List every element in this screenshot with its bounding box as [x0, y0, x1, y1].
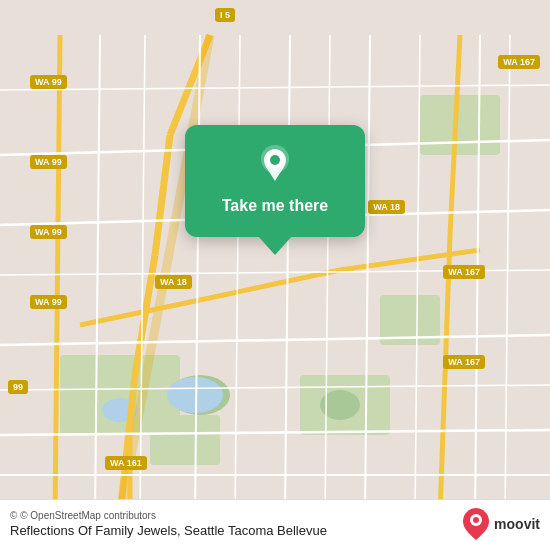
location-title: Reflections Of Family Jewels, Seattle Ta… [10, 523, 327, 538]
road-badge-wa99-2: WA 99 [30, 155, 67, 169]
copyright-symbol: © [10, 510, 17, 521]
take-me-there-button[interactable]: Take me there [222, 197, 328, 215]
svg-point-45 [473, 517, 479, 523]
moovit-brand-text: moovit [494, 516, 540, 532]
location-pin-icon [253, 143, 297, 187]
osm-attribution: © © OpenStreetMap contributors [10, 510, 327, 521]
svg-rect-5 [150, 415, 220, 465]
bottom-info-bar: © © OpenStreetMap contributors Reflectio… [0, 499, 550, 550]
svg-point-8 [167, 377, 223, 413]
moovit-logo: moovit [460, 506, 540, 542]
road-badge-wa167-2: WA 167 [443, 265, 485, 279]
road-badge-wa99-3: WA 99 [30, 225, 67, 239]
road-badge-wa18-1: WA 18 [155, 275, 192, 289]
road-badge-wa167-1: WA 167 [498, 55, 540, 69]
road-badge-wa161: WA 161 [105, 456, 147, 470]
road-badge-wa18-2: WA 18 [368, 200, 405, 214]
svg-rect-4 [420, 95, 500, 155]
road-badge-i5: I 5 [215, 8, 235, 22]
moovit-pin-icon [460, 506, 492, 542]
road-badge-wa167-3: WA 167 [443, 355, 485, 369]
svg-point-43 [270, 155, 280, 165]
map-container: I 5 WA 99 WA 99 WA 99 WA 99 99 WA 18 WA … [0, 0, 550, 550]
bottom-bar-left: © © OpenStreetMap contributors Reflectio… [10, 510, 327, 538]
road-badge-wa99-1: WA 99 [30, 75, 67, 89]
osm-text[interactable]: © OpenStreetMap contributors [20, 510, 156, 521]
road-badge-wa99-4: WA 99 [30, 295, 67, 309]
road-badge-99: 99 [8, 380, 28, 394]
location-popup[interactable]: Take me there [185, 125, 365, 237]
